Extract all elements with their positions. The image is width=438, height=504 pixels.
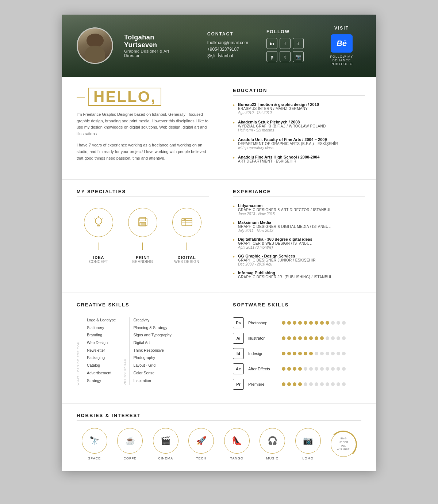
specialties-section: MY SPECIALTIES xyxy=(62,180,220,293)
facebook-icon[interactable]: f xyxy=(280,38,291,49)
skill-photo: Photography xyxy=(133,355,171,360)
specialty-main-print: PRINT xyxy=(132,255,153,260)
skill-newsletter: Newsletter xyxy=(87,348,116,353)
visit-block: Visit Bē FOLLOW MYBEHANCE PORTFOLIO xyxy=(322,26,361,66)
coffe-icon: ☕ xyxy=(117,428,143,454)
print-icon xyxy=(136,216,149,229)
exp-period: April 2011 (3 months) xyxy=(238,245,365,249)
web-icon xyxy=(180,216,193,229)
header: Tolgahan Yurtseven Graphic Designer & Ar… xyxy=(62,15,376,77)
dot-filled xyxy=(287,336,291,340)
svg-point-0 xyxy=(95,218,102,224)
dot-filled xyxy=(287,321,291,325)
dot-empty xyxy=(331,336,335,340)
instagram-icon[interactable]: 📷 xyxy=(293,51,304,62)
dot-filled xyxy=(298,382,302,386)
edu-sub: ART DEPARTMENT · ESKİŞEHİR xyxy=(238,159,365,163)
pinterest-icon[interactable]: p xyxy=(266,51,277,62)
svg-point-16 xyxy=(185,219,186,220)
dot-filled xyxy=(293,321,296,325)
skill-dots xyxy=(282,367,346,371)
dot-empty xyxy=(309,382,313,386)
dot-filled xyxy=(282,367,285,371)
dot-empty xyxy=(320,382,324,386)
dot-empty xyxy=(326,367,329,371)
software-item: Ae After Effects xyxy=(233,363,365,374)
dot-empty xyxy=(337,352,340,355)
dot-filled xyxy=(282,321,285,325)
dot-filled xyxy=(282,352,285,355)
hobby-cinema: 🎬 CINEMA xyxy=(153,428,178,460)
twitter-icon[interactable]: t xyxy=(293,38,304,49)
dot-empty xyxy=(337,382,340,386)
dot-empty xyxy=(326,382,329,386)
dot-filled xyxy=(298,367,302,371)
experience-section: EXPERIANCE Lidyana.com GRAPHIC DESIGNER … xyxy=(220,180,376,293)
dot-filled xyxy=(298,352,302,355)
skill-col-left: Logo & Logotype Stationery Branding Web … xyxy=(83,317,116,385)
experience-item: Digitalfabrika - 360 degree digital idea… xyxy=(233,237,365,249)
education-item: Anadolu Fine Arts High School / 2000-200… xyxy=(233,155,365,163)
specialty-sub-idea: CONCEPT xyxy=(89,260,108,264)
sw-name: Illustrator xyxy=(248,336,277,340)
tango-icon: 👠 xyxy=(224,428,250,454)
tumblr-icon[interactable]: t xyxy=(280,51,291,62)
exp-company: Infomag Publishing xyxy=(238,271,365,275)
dot-empty xyxy=(309,367,313,371)
education-item: Akademia Sztuk Pięknych / 2008 WYDZIAL G… xyxy=(233,120,365,132)
skill-webdesign: Web Design xyxy=(87,340,116,345)
hello-bio1: I'm Freelance Graphic Designer based on … xyxy=(77,111,209,137)
hello-title: HELLO, xyxy=(88,88,161,106)
dot-filled xyxy=(309,321,313,325)
education-heading: EDUCATION xyxy=(233,88,365,96)
dot-empty xyxy=(304,367,307,371)
dot-empty xyxy=(326,352,329,355)
exp-role: GRAPHIC DESIGNER & ART DIRECTOR / ISTANB… xyxy=(238,208,365,212)
sw-name: Indesign xyxy=(248,351,277,356)
svg-rect-6 xyxy=(140,217,146,221)
avatar-wrap xyxy=(77,27,113,64)
space-icon: 🔭 xyxy=(82,428,107,454)
skills-columns: WHAT I CAN DO FOR YOU Logo & Logotype St… xyxy=(77,317,209,385)
skill-dots xyxy=(282,352,346,355)
dot-empty xyxy=(342,382,346,386)
dot-filled xyxy=(282,336,285,340)
specialty-sub-digital: WEB DESIGN xyxy=(174,260,199,264)
col1-label: WHAT I CAN DO FOR YOU xyxy=(77,317,80,385)
visit-label: Visit xyxy=(322,26,361,31)
software-skills-heading: SOFTWARE SKILLS xyxy=(233,302,365,310)
edu-main: Akademia Sztuk Pięknych / 2008 xyxy=(238,120,365,124)
specialty-sub-print: BRANDING xyxy=(132,260,153,264)
behance-icon[interactable]: Bē xyxy=(331,34,353,53)
linkedin-icon[interactable]: in xyxy=(266,38,277,49)
sw-icon-indesign: Id xyxy=(233,348,244,359)
software-skills-section: SOFTWARE SKILLS Ps Photoshop Ai Illustra… xyxy=(220,293,376,403)
experience-item: GG Graphic - Design Services GRAPHIC DES… xyxy=(233,254,365,266)
hobby-tango: 👠 TANGO xyxy=(224,428,250,460)
hello-dash: — xyxy=(77,92,85,102)
exp-company: Lidyana.com xyxy=(238,203,365,208)
dot-filled xyxy=(287,367,291,371)
dot-empty xyxy=(331,321,335,325)
sw-name: Premiere xyxy=(248,382,277,386)
dot-empty xyxy=(326,336,329,340)
skill-branding: Branding xyxy=(87,332,116,338)
education-section: EDUCATION Bureau23 | motion & graphic de… xyxy=(220,77,376,179)
dot-filled xyxy=(298,336,302,340)
follow-block: Follow in f t p t 📷 xyxy=(266,29,304,62)
specialty-label-digital: DIGITAL WEB DESIGN xyxy=(174,255,199,264)
skill-catalog: Catalog xyxy=(87,363,116,368)
creative-skills-heading: CREATIVE SKILLS xyxy=(77,302,209,310)
social-icons: in f t p t 📷 xyxy=(266,38,304,62)
education-list: Bureau23 | motion & graphic design / 201… xyxy=(233,102,365,163)
exp-period: Dec 2009 - 2010 Agu xyxy=(238,262,365,266)
experience-list: Lidyana.com GRAPHIC DESIGNER & ART DIREC… xyxy=(233,203,365,279)
dot-filled xyxy=(309,352,313,355)
exp-period: July 2011 - Now 2012 xyxy=(238,229,365,233)
hobbies-heading: HOBBIES & INTEREST xyxy=(77,413,361,421)
dot-empty xyxy=(342,367,346,371)
hobby-lomo: 📷 LOMO xyxy=(295,428,321,460)
exp-company: Maksimum Media xyxy=(238,220,365,225)
dot-filled xyxy=(315,321,318,325)
dot-empty xyxy=(337,367,340,371)
